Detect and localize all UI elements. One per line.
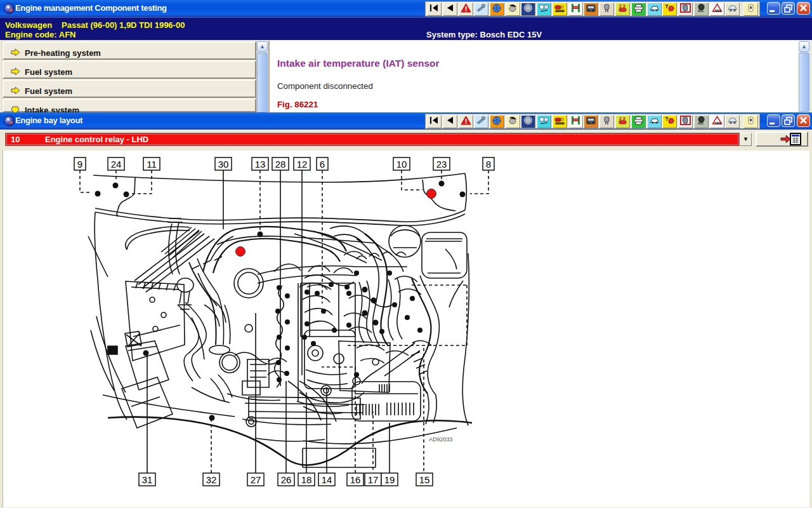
svg-text:2 3: 2 3 bbox=[619, 4, 625, 8]
svg-text:ABS: ABS bbox=[714, 121, 721, 125]
svg-text:10: 10 bbox=[396, 159, 407, 170]
svg-text:24: 24 bbox=[111, 159, 122, 170]
svg-text:?: ? bbox=[665, 3, 669, 10]
svg-text:6: 6 bbox=[320, 159, 325, 170]
svg-text:32: 32 bbox=[206, 474, 217, 485]
svg-text:13: 13 bbox=[255, 159, 266, 170]
svg-text:?: ? bbox=[665, 116, 669, 122]
svg-text:8: 8 bbox=[486, 159, 491, 170]
svg-text:28: 28 bbox=[275, 159, 286, 170]
svg-text:18: 18 bbox=[301, 474, 312, 485]
svg-text:31: 31 bbox=[142, 474, 153, 485]
svg-text:9: 9 bbox=[77, 159, 82, 170]
svg-text:12: 12 bbox=[297, 159, 308, 170]
svg-text:27: 27 bbox=[251, 474, 261, 485]
svg-text:AD92033: AD92033 bbox=[429, 436, 453, 443]
svg-text:2 3: 2 3 bbox=[619, 116, 625, 121]
svg-text:11: 11 bbox=[147, 159, 157, 170]
svg-text:16: 16 bbox=[350, 474, 361, 485]
svg-text:19: 19 bbox=[384, 474, 395, 485]
svg-text:ABS: ABS bbox=[714, 9, 721, 13]
svg-text:17: 17 bbox=[368, 474, 379, 485]
svg-text:14: 14 bbox=[322, 474, 332, 485]
svg-text:23: 23 bbox=[436, 159, 447, 170]
svg-text:A/C: A/C bbox=[698, 121, 704, 125]
svg-text:15: 15 bbox=[419, 474, 430, 485]
svg-text:A/C: A/C bbox=[698, 9, 704, 13]
svg-text:30: 30 bbox=[218, 159, 229, 170]
svg-text:26: 26 bbox=[281, 474, 292, 485]
